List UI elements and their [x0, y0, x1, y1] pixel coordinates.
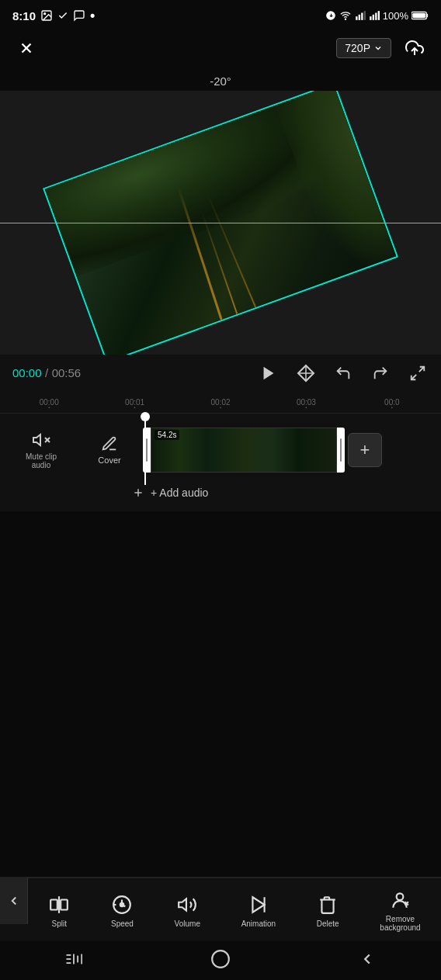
remove-bg-tool[interactable]: Remove background	[373, 886, 426, 935]
fullscreen-button[interactable]	[407, 362, 429, 384]
bottom-toolbar-wrapper: Split Speed Volume Anim	[0, 877, 441, 980]
add-audio-icon	[132, 487, 144, 499]
split-icon	[48, 894, 70, 916]
svg-rect-6	[363, 11, 365, 20]
svg-rect-3	[356, 16, 357, 20]
speed-label: Speed	[111, 919, 134, 928]
play-button[interactable]	[258, 362, 280, 384]
svg-rect-30	[61, 899, 68, 909]
signal-icon	[355, 10, 366, 21]
ruler-mark-3: 00:03	[263, 398, 349, 407]
recent-apps-bars	[65, 952, 82, 966]
speed-icon	[111, 894, 133, 916]
svg-line-22	[411, 375, 416, 379]
svg-point-1	[44, 13, 46, 15]
trim-line-left	[146, 438, 148, 462]
ruler-mark-2: 00:02	[178, 398, 263, 407]
svg-marker-34	[179, 899, 186, 910]
mute-label: Mute clip audio	[26, 452, 57, 469]
mute-clip-button[interactable]: Mute clip audio	[6, 431, 76, 469]
svg-point-2	[345, 19, 346, 19]
status-time: 8:10 •	[12, 9, 95, 23]
redo-icon	[372, 365, 389, 382]
remove-bg-icon	[389, 889, 411, 911]
delete-icon	[317, 894, 339, 916]
svg-rect-29	[50, 899, 57, 909]
export-button[interactable]	[401, 34, 429, 62]
nav-recent-button[interactable]	[58, 947, 89, 971]
video-canvas	[0, 91, 441, 355]
rotate-icon	[297, 364, 315, 383]
trim-handle-right[interactable]	[337, 428, 345, 473]
trim-line-right	[340, 438, 342, 462]
add-audio-row[interactable]: + Add audio	[0, 480, 441, 505]
svg-rect-5	[361, 13, 363, 20]
ruler-mark-0: 00:00	[6, 398, 92, 407]
video-preview	[0, 91, 441, 355]
animation-tool[interactable]: Animation	[235, 891, 282, 931]
video-clip[interactable]: 54.2s	[143, 427, 345, 473]
svg-rect-8	[372, 15, 373, 20]
cover-clip-button[interactable]: Cover	[82, 435, 137, 465]
battery-icon	[411, 11, 429, 20]
total-time: 00:56	[52, 366, 82, 379]
clip-thumbnail: 54.2s	[151, 428, 337, 473]
time-display: 8:10	[12, 9, 36, 23]
volume-tool[interactable]: Volume	[168, 891, 207, 931]
download-icon	[325, 10, 336, 21]
video-track-container: 54.2s +	[143, 423, 435, 477]
nav-home-button[interactable]	[205, 947, 236, 971]
delete-tool[interactable]: Delete	[311, 891, 346, 931]
export-icon	[405, 39, 424, 57]
nav-bar	[0, 941, 441, 980]
svg-point-46	[212, 951, 229, 968]
cover-icon	[101, 435, 118, 452]
battery-label: 100%	[383, 10, 408, 22]
close-icon	[18, 40, 35, 57]
center-guide-line	[0, 223, 441, 223]
mute-icon	[32, 431, 50, 449]
timeline-ruler: 00:00 00:01 00:02 00:03 00:0	[0, 392, 441, 414]
playhead-handle[interactable]	[141, 412, 150, 421]
nav-back-icon	[359, 951, 376, 968]
add-clip-button[interactable]: +	[348, 433, 382, 467]
rotate-button[interactable]	[295, 362, 317, 384]
remove-bg-label: Remove background	[380, 915, 420, 932]
svg-marker-35	[252, 897, 264, 912]
back-arrow-button[interactable]	[0, 878, 28, 924]
quality-button[interactable]: 720P	[336, 38, 391, 58]
clip-duration: 54.2s	[155, 430, 179, 440]
volume-label: Volume	[175, 919, 200, 928]
animation-icon	[248, 894, 269, 916]
speed-tool[interactable]: Speed	[105, 891, 140, 931]
undo-icon	[335, 365, 352, 382]
time-display: 00:00 / 00:56	[12, 366, 81, 380]
undo-button[interactable]	[332, 362, 354, 384]
ruler-mark-4: 00:0	[349, 398, 435, 407]
top-bar: 720P	[0, 31, 441, 68]
svg-rect-10	[377, 11, 379, 20]
add-clip-label: +	[360, 440, 370, 460]
tracks-area: Mute clip audio Cover 54.2s	[0, 414, 441, 511]
svg-rect-13	[412, 13, 425, 18]
back-icon	[7, 894, 21, 908]
split-tool[interactable]: Split	[42, 891, 76, 931]
signal2-icon	[369, 10, 380, 21]
playhead[interactable]	[144, 415, 146, 485]
animation-label: Animation	[241, 919, 276, 928]
delete-label: Delete	[317, 919, 339, 928]
redo-button[interactable]	[370, 362, 391, 384]
time-separator: /	[45, 366, 48, 379]
volume-icon	[176, 894, 198, 916]
ruler-mark-1: 00:01	[92, 398, 177, 407]
chevron-down-icon	[373, 43, 383, 53]
photo-icon	[40, 9, 53, 22]
close-button[interactable]	[12, 34, 40, 62]
playback-controls	[258, 362, 429, 384]
fullscreen-icon	[409, 365, 426, 382]
svg-rect-4	[358, 15, 359, 20]
main-track-row: Mute clip audio Cover 54.2s	[0, 420, 441, 480]
nav-back-button[interactable]	[352, 947, 383, 971]
svg-rect-7	[370, 16, 371, 20]
svg-point-33	[120, 902, 123, 906]
